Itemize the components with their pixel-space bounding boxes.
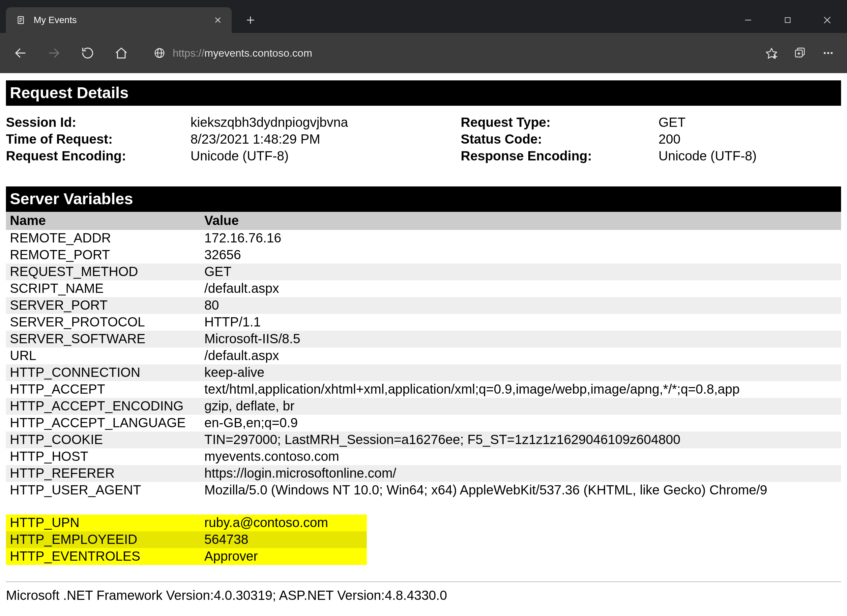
table-row: HTTP_ACCEPT_ENCODINGgzip, deflate, br xyxy=(6,398,841,415)
address-url: https://myevents.contoso.com xyxy=(173,47,312,59)
var-name: REMOTE_ADDR xyxy=(10,231,204,245)
url-host: myevents.contoso.com xyxy=(204,47,312,59)
table-row: SERVER_SOFTWAREMicrosoft-IIS/8.5 xyxy=(6,331,841,348)
detail-label: Response Encoding: xyxy=(461,149,658,164)
var-name: HTTP_EMPLOYEEID xyxy=(10,532,204,547)
var-value: Microsoft-IIS/8.5 xyxy=(204,332,841,346)
detail-value: 200 xyxy=(658,132,841,147)
browser-tab[interactable]: My Events xyxy=(6,7,232,33)
new-tab-button[interactable] xyxy=(238,7,263,33)
column-name: Name xyxy=(10,213,204,228)
var-name: HTTP_REFERER xyxy=(10,466,204,480)
detail-value: 8/23/2021 1:48:29 PM xyxy=(190,132,461,147)
window-controls xyxy=(728,7,847,33)
var-value: 32656 xyxy=(204,248,841,262)
footer-version: Microsoft .NET Framework Version:4.0.303… xyxy=(0,588,847,603)
var-value: GET xyxy=(204,264,841,279)
browser-toolbar: https://myevents.contoso.com xyxy=(0,33,847,73)
request-details-header: Request Details xyxy=(6,80,841,106)
svg-point-23 xyxy=(824,52,826,54)
var-value: 80 xyxy=(204,298,841,312)
svg-point-24 xyxy=(827,52,829,54)
window-close-button[interactable] xyxy=(807,7,847,33)
collections-button[interactable] xyxy=(787,38,813,68)
table-row: URL/default.aspx xyxy=(6,348,841,364)
table-row: HTTP_USER_AGENTMozilla/5.0 (Windows NT 1… xyxy=(6,482,841,499)
var-name: SERVER_PROTOCOL xyxy=(10,315,204,329)
favorites-button[interactable] xyxy=(758,38,784,68)
var-name: HTTP_ACCEPT_LANGUAGE xyxy=(10,416,204,430)
site-info-icon[interactable] xyxy=(153,47,165,59)
table-row: REMOTE_PORT32656 xyxy=(6,247,841,264)
column-value: Value xyxy=(204,213,841,228)
table-row: SCRIPT_NAME/default.aspx xyxy=(6,280,841,297)
back-button[interactable] xyxy=(6,38,35,68)
var-name: REQUEST_METHOD xyxy=(10,264,204,279)
var-value: HTTP/1.1 xyxy=(204,315,841,329)
var-name: HTTP_COOKIE xyxy=(10,432,204,447)
var-value: Approver xyxy=(204,549,367,564)
detail-label: Request Type: xyxy=(461,115,658,130)
table-row: HTTP_REFERERhttps://login.microsoftonlin… xyxy=(6,465,841,482)
var-name: SERVER_SOFTWARE xyxy=(10,332,204,346)
var-value: 564738 xyxy=(204,532,367,547)
table-row: REQUEST_METHODGET xyxy=(6,264,841,280)
var-value: /default.aspx xyxy=(204,281,841,296)
var-value: Mozilla/5.0 (Windows NT 10.0; Win64; x64… xyxy=(204,483,841,497)
var-value: ruby.a@contoso.com xyxy=(204,515,367,530)
svg-point-25 xyxy=(831,52,833,54)
var-value: keep-alive xyxy=(204,365,841,380)
table-row: HTTP_ACCEPT_LANGUAGEen-GB,en;q=0.9 xyxy=(6,415,841,432)
detail-label: Time of Request: xyxy=(6,132,190,147)
detail-value: Unicode (UTF-8) xyxy=(658,149,841,164)
var-value: TIN=297000; LastMRH_Session=a16276ee; F5… xyxy=(204,432,841,447)
highlighted-variables: HTTP_UPNruby.a@contoso.com HTTP_EMPLOYEE… xyxy=(6,514,367,565)
settings-menu-button[interactable] xyxy=(815,38,841,68)
divider xyxy=(6,581,841,582)
tab-title: My Events xyxy=(34,15,205,25)
home-button[interactable] xyxy=(107,38,136,68)
tab-close-icon[interactable] xyxy=(212,15,223,25)
var-name: SCRIPT_NAME xyxy=(10,281,204,296)
refresh-button[interactable] xyxy=(73,38,102,68)
var-name: HTTP_ACCEPT_ENCODING xyxy=(10,399,204,413)
page-content: Request Details Session Id: kiekszqbh3dy… xyxy=(0,73,847,603)
url-prefix: https:// xyxy=(173,47,204,59)
var-name: URL xyxy=(10,348,204,363)
server-variables-columns: Name Value xyxy=(6,212,841,230)
titlebar: My Events xyxy=(0,0,847,33)
minimize-button[interactable] xyxy=(728,7,768,33)
table-row: HTTP_HOSTmyevents.contoso.com xyxy=(6,448,841,465)
forward-button[interactable] xyxy=(40,38,69,68)
detail-label: Session Id: xyxy=(6,115,190,130)
var-value: myevents.contoso.com xyxy=(204,449,841,464)
var-value: en-GB,en;q=0.9 xyxy=(204,416,841,430)
toolbar-right-icons xyxy=(758,38,841,68)
table-row: HTTP_EVENTROLESApprover xyxy=(6,548,367,565)
request-details-grid: Session Id: kiekszqbh3dydnpiogvjbvna Req… xyxy=(0,115,847,164)
var-name: HTTP_UPN xyxy=(10,515,204,530)
maximize-button[interactable] xyxy=(768,7,807,33)
table-row: HTTP_UPNruby.a@contoso.com xyxy=(6,514,367,531)
var-name: REMOTE_PORT xyxy=(10,248,204,262)
table-row: HTTP_COOKIETIN=297000; LastMRH_Session=a… xyxy=(6,432,841,448)
var-name: SERVER_PORT xyxy=(10,298,204,312)
browser-chrome: My Events xyxy=(0,0,847,73)
var-name: HTTP_EVENTROLES xyxy=(10,549,204,564)
svg-rect-9 xyxy=(785,18,790,22)
var-value: gzip, deflate, br xyxy=(204,399,841,413)
table-row: SERVER_PROTOCOLHTTP/1.1 xyxy=(6,314,841,331)
var-value: /default.aspx xyxy=(204,348,841,363)
var-name: HTTP_HOST xyxy=(10,449,204,464)
var-value: text/html,application/xhtml+xml,applicat… xyxy=(204,382,841,396)
var-name: HTTP_USER_AGENT xyxy=(10,483,204,497)
detail-label: Status Code: xyxy=(461,132,658,147)
var-value: 172.16.76.16 xyxy=(204,231,841,245)
server-variables-header: Server Variables xyxy=(6,186,841,212)
spacer xyxy=(6,499,841,514)
address-bar[interactable]: https://myevents.contoso.com xyxy=(145,40,750,66)
table-row: SERVER_PORT80 xyxy=(6,297,841,314)
server-variables-body: REMOTE_ADDR172.16.76.16 REMOTE_PORT32656… xyxy=(6,230,841,565)
detail-value: kiekszqbh3dydnpiogvjbvna xyxy=(190,115,461,130)
detail-label: Request Encoding: xyxy=(6,149,190,164)
